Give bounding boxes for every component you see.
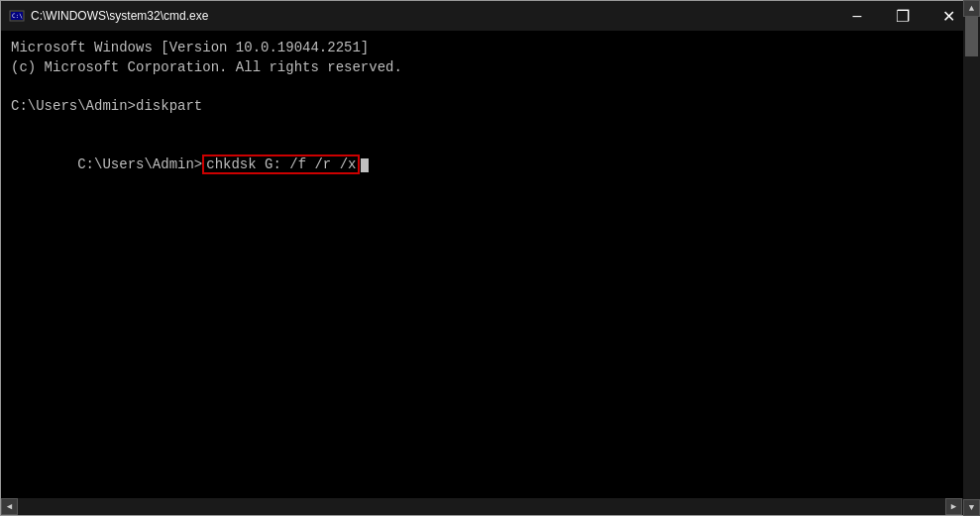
window-icon: C:\ [9,8,25,24]
scroll-right-button[interactable]: ▶ [945,498,962,515]
minimize-button[interactable]: – [834,1,880,31]
scroll-track[interactable] [963,31,979,498]
window-title: C:\WINDOWS\system32\cmd.exe [31,9,834,23]
cursor-blink [361,158,369,172]
output-line-2: (c) Microsoft Corporation. All rights re… [11,58,952,78]
prompt: C:\Users\Admin> [77,156,202,172]
svg-text:C:\: C:\ [12,12,23,19]
cmd-window: C:\ C:\WINDOWS\system32\cmd.exe – ❐ ✕ Mi… [0,0,980,516]
maximize-button[interactable]: ❐ [880,1,926,31]
title-bar: C:\ C:\WINDOWS\system32\cmd.exe – ❐ ✕ [1,1,979,31]
terminal-output[interactable]: Microsoft Windows [Version 10.0.19044.22… [1,31,979,498]
output-line-1: Microsoft Windows [Version 10.0.19044.22… [11,39,952,58]
horizontal-scroll-track[interactable] [18,498,945,515]
output-line-5 [11,116,952,136]
output-line-3 [11,77,952,97]
horizontal-scrollbar[interactable]: ◀ ▶ [1,498,979,515]
window-controls: – ❐ ✕ [834,1,971,31]
scroll-left-button[interactable]: ◀ [1,498,18,515]
scroll-thumb[interactable] [965,31,978,56]
output-line-4: C:\Users\Admin>diskpart [11,97,952,117]
output-line-6: C:\Users\Admin>chkdsk G: /f /r /x [11,136,952,194]
vertical-scrollbar[interactable]: ▲ ▼ [963,31,979,498]
highlighted-command: chkdsk G: /f /r /x [202,155,360,174]
